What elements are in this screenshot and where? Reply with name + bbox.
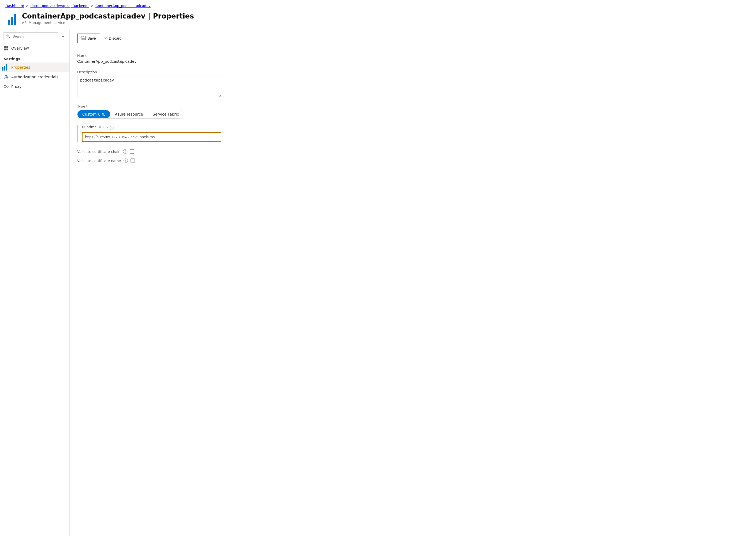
search-container: 🔍 « <box>0 30 69 43</box>
breadcrumb-dashboard[interactable]: Dashboard <box>5 4 24 8</box>
overview-label: Overview <box>11 46 29 50</box>
proxy-label: Proxy <box>11 84 21 89</box>
sidebar-item-properties[interactable]: Properties <box>0 62 69 72</box>
validate-cert-chain-label: Validate certificate chain i <box>77 149 127 154</box>
svg-rect-6 <box>4 85 6 88</box>
validate-cert-name-checkbox[interactable] <box>131 158 135 163</box>
search-icon: 🔍 <box>6 34 10 38</box>
type-label: Type* <box>77 104 748 108</box>
proxy-icon <box>4 84 9 89</box>
svg-rect-3 <box>6 49 8 50</box>
type-selector: Custom URL Azure resource Service Fabric <box>77 110 184 118</box>
service-icon <box>5 13 18 26</box>
breadcrumb-backends[interactable]: dotnetpodcastdevapis | Backends <box>30 4 89 8</box>
validate-cert-name-text: Validate certificate name <box>77 159 121 163</box>
svg-rect-1 <box>6 46 8 48</box>
auth-label: Authorization credentials <box>11 75 58 79</box>
auth-icon <box>4 74 9 79</box>
type-custom-url[interactable]: Custom URL <box>77 110 110 118</box>
sidebar-item-overview[interactable]: Overview <box>0 43 69 53</box>
save-icon <box>81 36 86 41</box>
name-value: ContainerApp_podcastapicadev <box>77 59 748 64</box>
validate-cert-chain-checkbox[interactable] <box>130 149 134 154</box>
description-input[interactable] <box>77 76 222 97</box>
settings-section-label: Settings <box>0 53 69 62</box>
validate-cert-chain-row: Validate certificate chain i <box>77 149 748 154</box>
runtime-url-input[interactable] <box>82 132 221 142</box>
save-button[interactable]: Save <box>77 33 100 43</box>
sidebar-item-proxy[interactable]: Proxy <box>0 82 69 91</box>
svg-rect-8 <box>83 36 84 37</box>
name-section: Name ContainerApp_podcastapicadev <box>77 54 748 64</box>
type-section: Type* Custom URL Azure resource Service … <box>77 104 748 118</box>
sidebar: 🔍 « Overview Settings <box>0 30 70 536</box>
overview-icon <box>4 46 9 51</box>
page-title: ContainerApp_podcastapicadev | Propertie… <box>22 12 194 20</box>
svg-rect-9 <box>82 38 85 39</box>
validate-cert-name-row: Validate certificate name i <box>77 158 748 163</box>
collapse-sidebar-button[interactable]: « <box>60 33 66 40</box>
cert-chain-info-icon[interactable]: i <box>123 149 127 154</box>
more-options-button[interactable]: ··· <box>197 13 202 19</box>
sidebar-item-auth[interactable]: Authorization credentials <box>0 72 69 82</box>
svg-rect-0 <box>4 46 6 48</box>
page-header: ContainerApp_podcastapicadev | Propertie… <box>0 10 756 30</box>
properties-icon <box>4 65 9 70</box>
discard-label: Discard <box>109 36 121 40</box>
name-label: Name <box>77 54 748 58</box>
breadcrumb-resource[interactable]: ContainerApp_podcastapicadev <box>95 4 151 8</box>
runtime-url-label: Runtime URL <box>82 125 105 129</box>
url-bracket-section: Runtime URL * i <box>77 125 748 142</box>
discard-icon: ✕ <box>104 36 107 40</box>
svg-rect-2 <box>4 49 6 50</box>
search-box[interactable]: 🔍 <box>3 32 58 40</box>
save-label: Save <box>87 36 96 40</box>
discard-button[interactable]: ✕ Discard <box>100 35 125 42</box>
azure-api-logo <box>8 14 16 25</box>
description-label: Description <box>77 70 748 74</box>
svg-point-5 <box>6 76 7 77</box>
validate-cert-name-label: Validate certificate name i <box>77 158 128 163</box>
url-input-wrapper <box>82 132 221 142</box>
properties-label: Properties <box>11 65 30 69</box>
validate-cert-chain-text: Validate certificate chain <box>77 150 120 154</box>
page-subtitle: API Management service <box>22 21 202 25</box>
description-section: Description <box>77 70 748 98</box>
url-section: Runtime URL * i <box>82 125 748 142</box>
type-service-fabric[interactable]: Service Fabric <box>148 110 184 118</box>
toolbar: Save ✕ Discard <box>77 30 748 47</box>
breadcrumb: Dashboard > dotnetpodcastdevapis | Backe… <box>0 0 756 10</box>
runtime-url-info-icon[interactable]: i <box>110 126 114 130</box>
runtime-url-required: * <box>106 126 108 130</box>
bracket-line <box>77 125 78 142</box>
main-content: Save ✕ Discard Name ContainerApp_podcast… <box>70 30 756 536</box>
type-azure-resource[interactable]: Azure resource <box>110 110 148 118</box>
search-input[interactable] <box>13 34 55 38</box>
cert-name-info-icon[interactable]: i <box>124 158 128 163</box>
